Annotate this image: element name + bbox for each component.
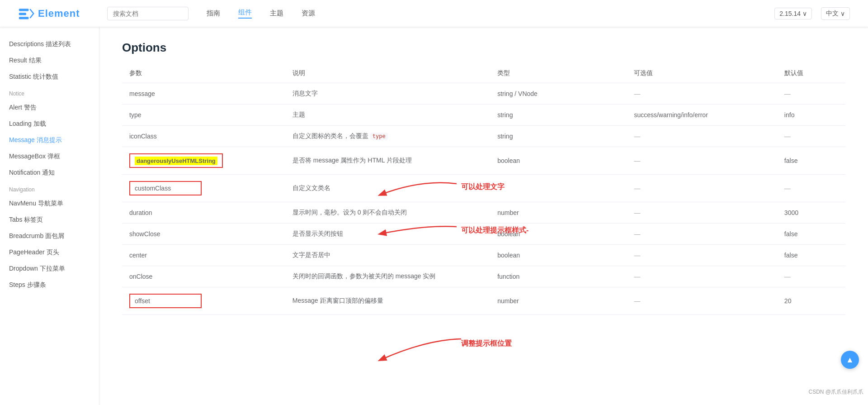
table-row: message 消息文字 string / VNode — — — [122, 83, 845, 105]
table-row: duration 显示时间，毫秒。设为 0 则不会自动关闭 number — 3… — [122, 202, 845, 224]
options-cell: — — [627, 224, 777, 245]
table-row: offset Message 距离窗口顶部的偏移量 number — 20 — [122, 287, 845, 315]
code-type: type — [370, 133, 388, 140]
header: Element 指南 组件 主题 资源 2.15.14 ∨ 中文 ∨ — [0, 0, 868, 27]
options-cell: — — [627, 202, 777, 224]
col-header-type: 类型 — [490, 64, 627, 83]
element-logo-icon — [18, 5, 34, 22]
desc-cell: Message 距离窗口顶部的偏移量 — [285, 287, 490, 315]
sidebar-item-tabs[interactable]: Tabs 标签页 — [0, 212, 99, 228]
nav-resources[interactable]: 资源 — [302, 9, 315, 18]
svg-rect-0 — [19, 9, 29, 11]
sidebar-item-loading[interactable]: Loading 加载 — [0, 116, 99, 132]
default-cell: 20 — [777, 287, 845, 315]
col-header-default: 默认值 — [777, 64, 845, 83]
sidebar-item-notification[interactable]: Notification 通知 — [0, 165, 99, 181]
desc-cell: 关闭时的回调函数，参数为被关闭的 message 实例 — [285, 266, 490, 287]
desc-cell: 主题 — [285, 105, 490, 126]
param-boxed-custom: customClass — [129, 181, 202, 195]
main-nav: 指南 组件 主题 资源 — [207, 8, 775, 19]
nav-guide[interactable]: 指南 — [207, 9, 220, 18]
param-highlight: dangerouslyUseHTMLString — [135, 157, 217, 165]
col-header-param: 参数 — [122, 64, 285, 83]
sidebar-item-dropdown[interactable]: Dropdown 下拉菜单 — [0, 261, 99, 277]
default-cell: — — [777, 266, 845, 287]
options-cell: — — [627, 147, 777, 175]
main-content: Options 参数 说明 类型 可选值 默认值 message — [99, 27, 868, 405]
nav-components[interactable]: 组件 — [238, 8, 252, 19]
annotation-text-1: 可以处理文字 — [461, 182, 505, 192]
desc-cell: 显示时间，毫秒。设为 0 则不会自动关闭 — [285, 202, 490, 224]
options-cell: — — [627, 126, 777, 147]
col-header-options: 可选值 — [627, 64, 777, 83]
sidebar-item-navmenu[interactable]: NavMenu 导航菜单 — [0, 195, 99, 212]
type-cell: function — [490, 266, 627, 287]
logo-label: Element — [38, 8, 80, 19]
param-cell: dangerouslyUseHTMLString — [122, 147, 285, 175]
sidebar-section-notice: Notice — [0, 85, 99, 100]
sidebar-item-statistic[interactable]: Statistic 统计数值 — [0, 69, 99, 85]
default-cell: false — [777, 224, 845, 245]
desc-cell: 自定义图标的类名，会覆盖 type — [285, 126, 490, 147]
options-cell: — — [627, 245, 777, 266]
type-cell: boolean — [490, 245, 627, 266]
default-cell: 3000 — [777, 202, 845, 224]
table-row: onClose 关闭时的回调函数，参数为被关闭的 message 实例 func… — [122, 266, 845, 287]
table-row: center 文字是否居中 boolean — false — [122, 245, 845, 266]
type-cell: number — [490, 287, 627, 315]
desc-cell: 消息文字 — [285, 83, 490, 105]
type-cell: boolean — [490, 147, 627, 175]
search-input[interactable] — [107, 7, 189, 20]
type-cell: string — [490, 105, 627, 126]
options-cell: — — [627, 266, 777, 287]
sidebar-item-steps[interactable]: Steps 步骤条 — [0, 277, 99, 293]
param-cell: message — [122, 83, 285, 105]
param-cell: customClass — [122, 175, 285, 202]
type-cell: string / VNode — [490, 83, 627, 105]
page-layout: Descriptions 描述列表 Result 结果 Statistic 统计… — [0, 27, 868, 405]
param-boxed-offset: offset — [129, 294, 202, 308]
sidebar-item-descriptions[interactable]: Descriptions 描述列表 — [0, 36, 99, 52]
sidebar-item-pageheader[interactable]: PageHeader 页头 — [0, 244, 99, 261]
options-cell: success/warning/info/error — [627, 105, 777, 126]
logo[interactable]: Element — [18, 5, 80, 22]
annotation-arrow-1 — [366, 177, 466, 204]
param-cell: offset — [122, 287, 285, 315]
desc-cell: 是否将 message 属性作为 HTML 片段处理 — [285, 147, 490, 175]
param-cell: center — [122, 245, 285, 266]
annotation-text-2: 可以处理提示框样式- — [461, 226, 528, 235]
default-cell: — — [777, 126, 845, 147]
scroll-top-icon: ▲ — [846, 355, 854, 365]
sidebar-item-messagebox[interactable]: MessageBox 弹框 — [0, 148, 99, 165]
scroll-to-top-button[interactable]: ▲ — [841, 351, 859, 369]
sidebar-item-result[interactable]: Result 结果 — [0, 52, 99, 69]
col-header-desc: 说明 — [285, 64, 490, 83]
options-table-wrapper: 参数 说明 类型 可选值 默认值 message 消息文字 string / V… — [122, 64, 845, 315]
param-boxed-dangerous: dangerouslyUseHTMLString — [129, 153, 223, 168]
page-title: Options — [122, 41, 845, 55]
type-cell: number — [490, 202, 627, 224]
sidebar: Descriptions 描述列表 Result 结果 Statistic 统计… — [0, 27, 99, 405]
table-row: type 主题 string success/warning/info/erro… — [122, 105, 845, 126]
desc-cell: 文字是否居中 — [285, 245, 490, 266]
annotation-arrow-2 — [366, 221, 466, 244]
nav-theme[interactable]: 主题 — [270, 9, 283, 18]
param-cell: type — [122, 105, 285, 126]
default-cell: info — [777, 105, 845, 126]
param-cell: iconClass — [122, 126, 285, 147]
type-cell — [490, 175, 627, 202]
sidebar-item-breadcrumb[interactable]: Breadcrumb 面包屑 — [0, 228, 99, 244]
default-cell: false — [777, 245, 845, 266]
default-cell: — — [777, 83, 845, 105]
param-cell: onClose — [122, 266, 285, 287]
table-row: dangerouslyUseHTMLString 是否将 message 属性作… — [122, 147, 845, 175]
language-selector[interactable]: 中文 ∨ — [821, 7, 850, 20]
annotation-arrow-3 — [366, 331, 470, 367]
version-selector[interactable]: 2.15.14 ∨ — [774, 8, 812, 19]
sidebar-section-navigation: Navigation — [0, 181, 99, 195]
sidebar-item-alert[interactable]: Alert 警告 — [0, 100, 99, 116]
param-cell: duration — [122, 202, 285, 224]
default-cell: — — [777, 175, 845, 202]
options-cell: — — [627, 83, 777, 105]
sidebar-item-message[interactable]: Message 消息提示 — [0, 132, 99, 148]
